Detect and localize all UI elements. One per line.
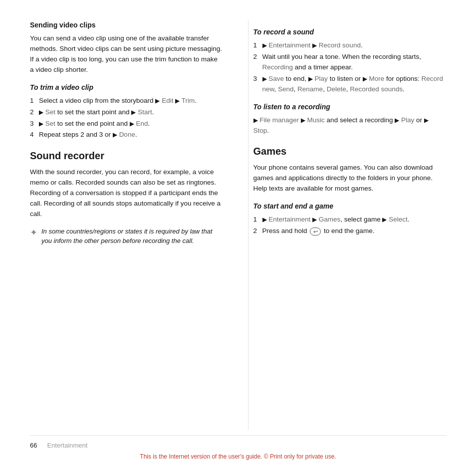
arrow: ▶: [382, 216, 387, 223]
step-content: ▶ Entertainment ▶ Record sound.: [262, 40, 447, 51]
content-area: Sending video clips You can send a video…: [30, 20, 446, 430]
record-heading: To record a sound: [253, 27, 447, 37]
left-column: Sending video clips You can send a video…: [30, 20, 228, 430]
record-step-2: 2 Wait until you hear a tone. When the r…: [253, 52, 447, 73]
step-num: 1: [253, 215, 262, 225]
step-content: ▶ Set to set the end point and ▶ End.: [39, 119, 223, 129]
play-link: Play: [315, 75, 328, 82]
delete-link: Delete: [327, 85, 346, 93]
arrow: ▶: [39, 109, 43, 116]
footer-main: 66 Entertainment: [30, 441, 446, 451]
step-content: Repeat steps 2 and 3 or ▶ Done.: [39, 130, 223, 140]
step-num: 1: [30, 96, 39, 106]
footer-section: Entertainment: [47, 441, 87, 451]
step-content: Press and hold ↩ to end the game.: [262, 226, 447, 237]
arrow: ▶: [312, 216, 317, 223]
right-column: To record a sound 1 ▶ Entertainment ▶ Re…: [248, 20, 447, 430]
page-number: 66: [30, 441, 37, 451]
arrow: ▶: [424, 117, 429, 124]
footer: 66 Entertainment This is the Internet ve…: [30, 435, 446, 462]
select-link: Select: [389, 216, 408, 223]
back-button-icon: ↩: [310, 228, 321, 236]
step-num: 2: [253, 52, 262, 73]
start-link: Start: [138, 108, 152, 116]
arrow: ▶: [113, 131, 117, 138]
record-sound-link: Record sound: [319, 41, 361, 49]
tip-text: In some countries/regions or states it i…: [41, 227, 223, 246]
arrow: ▶: [262, 216, 267, 223]
footer-notice: This is the Internet version of the user…: [30, 452, 446, 461]
arrow: ▶: [130, 120, 134, 127]
trim-step-4: 4 Repeat steps 2 and 3 or ▶ Done.: [30, 130, 223, 140]
step-content: Select a video clip from the storyboard …: [39, 96, 223, 106]
step-content: ▶ Save to end, ▶ Play to listen or ▶ Mor…: [262, 74, 447, 95]
games-link: Games: [319, 216, 341, 223]
arrow: ▶: [262, 75, 267, 82]
step-content: ▶ Set to set the start point and ▶ Start…: [39, 107, 223, 118]
start-game-list: 1 ▶ Entertainment ▶ Games, select game ▶…: [253, 215, 447, 237]
step-num: 2: [253, 226, 262, 237]
more-link: More: [369, 75, 384, 82]
games-body: Your phone contains several games. You c…: [253, 163, 447, 194]
step-content: Wait until you hear a tone. When the rec…: [262, 52, 447, 73]
recorded-sounds-link: Recorded sounds: [350, 85, 403, 93]
sending-heading: Sending video clips: [30, 20, 223, 30]
rename-link: Rename: [297, 85, 323, 93]
stop-link: Stop: [253, 127, 267, 134]
trim-heading: To trim a video clip: [30, 82, 223, 93]
listen-heading: To listen to a recording: [253, 102, 447, 112]
step-num: 1: [253, 40, 262, 51]
send-link: Send: [278, 85, 294, 93]
edit-link: Edit: [162, 97, 173, 104]
tip-icon: ✦: [30, 227, 37, 239]
trim-step-3: 3 ▶ Set to set the end point and ▶ End.: [30, 119, 223, 129]
arrow: ▶: [155, 97, 160, 104]
step-content: ▶ Entertainment ▶ Games, select game ▶ S…: [262, 215, 447, 225]
game-step-2: 2 Press and hold ↩ to end the game.: [253, 226, 447, 237]
page: Sending video clips You can send a video…: [0, 0, 476, 476]
game-step-1: 1 ▶ Entertainment ▶ Games, select game ▶…: [253, 215, 447, 225]
save-link: Save: [268, 75, 284, 82]
record-step-1: 1 ▶ Entertainment ▶ Record sound.: [253, 40, 447, 51]
tip-box: ✦ In some countries/regions or states it…: [30, 227, 223, 246]
sound-recorder-body: With the sound recorder, you can record,…: [30, 167, 223, 220]
sound-recorder-heading: Sound recorder: [30, 148, 223, 163]
sending-body: You can send a video clip using one of t…: [30, 33, 223, 75]
set-link: Set: [45, 108, 55, 116]
arrow: ▶: [312, 42, 317, 49]
music-link: Music: [307, 116, 325, 124]
step-num: 3: [253, 74, 262, 95]
step-num: 3: [30, 119, 39, 129]
arrow: ▶: [363, 75, 367, 82]
entertainment-link2: Entertainment: [268, 216, 310, 223]
play-link2: Play: [401, 116, 414, 124]
recording-link: Recording: [262, 63, 293, 71]
arrow: ▶: [39, 120, 43, 127]
trim-link: Trim: [182, 97, 195, 104]
arrow: ▶: [131, 109, 136, 116]
arrow: ▶: [308, 75, 313, 82]
done-link: Done: [119, 131, 135, 138]
arrow: ▶: [262, 42, 267, 49]
set-link2: Set: [45, 120, 55, 127]
entertainment-link: Entertainment: [268, 41, 310, 49]
listen-body: ▶ File manager ▶ Music and select a reco…: [253, 115, 447, 136]
record-list: 1 ▶ Entertainment ▶ Record sound. 2 Wait…: [253, 40, 447, 95]
trim-step-2: 2 ▶ Set to set the start point and ▶ Sta…: [30, 107, 223, 118]
start-game-heading: To start and end a game: [253, 201, 447, 212]
record-step-3: 3 ▶ Save to end, ▶ Play to listen or ▶ M…: [253, 74, 447, 95]
file-manager-link: File manager: [259, 116, 299, 124]
trim-step-1: 1 Select a video clip from the storyboar…: [30, 96, 223, 106]
trim-list: 1 Select a video clip from the storyboar…: [30, 96, 223, 141]
games-heading: Games: [253, 144, 447, 159]
arrow: ▶: [253, 117, 258, 124]
step-num: 4: [30, 130, 39, 140]
arrow: ▶: [175, 97, 180, 104]
end-link: End: [136, 120, 148, 127]
step-num: 2: [30, 107, 39, 118]
arrow: ▶: [395, 117, 399, 124]
arrow: ▶: [301, 117, 305, 124]
